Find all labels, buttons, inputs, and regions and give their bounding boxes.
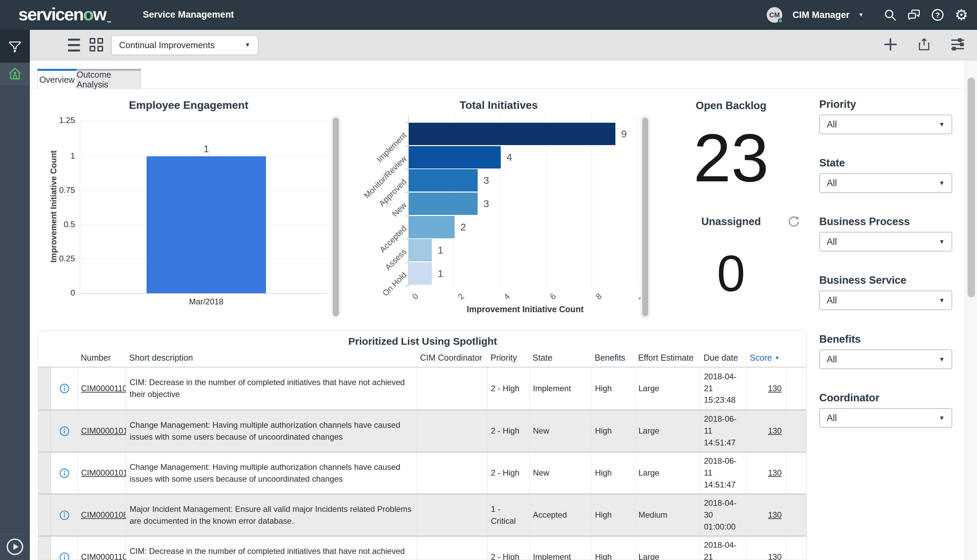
padding-cell [787, 453, 807, 493]
logo-text-end: w [93, 4, 106, 24]
table-row[interactable]: CIM0000110 CIM: Decrease in the number o… [38, 536, 807, 560]
chart-scrollbar [640, 115, 650, 318]
dashboard-selector[interactable]: Continual Improvements ▼ [111, 35, 259, 55]
record-link[interactable]: CIM0000110 [81, 551, 126, 560]
score-cell: 130 [747, 495, 787, 536]
score-link[interactable]: 130 [768, 467, 782, 479]
column-header-short-description[interactable]: Short description [126, 348, 417, 367]
gear-icon[interactable]: ⚙ [954, 7, 969, 22]
due-date-cell: 2018-04-21 15:23:48 [700, 367, 747, 410]
score-cell: 130 [747, 453, 787, 493]
bar-approved[interactable] [409, 169, 478, 192]
column-header-priority[interactable]: Priority [487, 348, 529, 367]
table-row[interactable]: CIM0000101 Change Management: Having mul… [38, 410, 807, 452]
chat-icon[interactable] [907, 7, 921, 22]
cim-coordinator-cell [417, 367, 487, 410]
info-icon[interactable] [51, 453, 77, 493]
record-link[interactable]: CIM0000101 [81, 467, 126, 479]
share-button[interactable] [917, 37, 932, 53]
info-icon[interactable] [51, 367, 77, 410]
bar-new[interactable] [409, 193, 478, 215]
column-header-state[interactable]: State [529, 348, 591, 367]
avatar[interactable]: CM [767, 7, 782, 23]
bar-monitor-review[interactable] [409, 146, 501, 168]
refresh-icon[interactable] [787, 215, 801, 228]
info-icon[interactable] [51, 495, 77, 536]
scrollbar-thumb[interactable] [967, 78, 975, 297]
tab-outcome-analysis[interactable]: Outcome Analysis [77, 69, 141, 89]
column-header-due-date[interactable]: Due date [700, 348, 747, 367]
short-description-cell: Change Management: Having multiple autho… [126, 453, 417, 493]
state-cell: Implement [529, 537, 591, 560]
prioritized-list-title: Prioritized List Using Spotlight [38, 336, 807, 347]
score-cell: 130 [747, 537, 787, 560]
score-link[interactable]: 130 [768, 551, 782, 560]
filter-priority-select[interactable]: All ▼ [819, 115, 952, 134]
menu-icon[interactable] [68, 38, 80, 52]
record-link[interactable]: CIM0000101 [81, 425, 126, 437]
open-backlog-title: Open Backlog [680, 100, 782, 112]
scrollbar-thumb[interactable] [333, 118, 339, 316]
column-header-benefits[interactable]: Benefits [591, 348, 635, 367]
priority-cell: 2 - High [487, 367, 529, 410]
presentation-play-button[interactable] [6, 538, 24, 556]
avatar-initials: CM [769, 11, 780, 19]
filter-business-service-select[interactable]: All ▼ [819, 290, 952, 310]
record-link[interactable]: CIM0000110 [81, 383, 126, 395]
help-icon[interactable]: ? [930, 7, 945, 22]
padding-header [787, 348, 807, 367]
add-widget-button[interactable] [883, 37, 898, 53]
dashboard-grid-icon[interactable] [90, 38, 104, 52]
dashboard-toolbar: Continual Improvements ▼ [30, 30, 977, 60]
bar-implement[interactable] [409, 123, 615, 145]
sidebar-item-home[interactable] [0, 63, 30, 85]
info-icon[interactable] [51, 410, 77, 452]
score-link[interactable]: 130 [768, 383, 782, 395]
filter-state-select[interactable]: All ▼ [819, 173, 952, 193]
bar-value-label: 1 [147, 143, 266, 155]
due-date-cell: 2018-04-30 01:00:00 [700, 495, 747, 536]
table-row[interactable]: CIM0000101 Change Management: Having mul… [38, 452, 807, 493]
sort-descending-icon: ▼ [775, 355, 780, 361]
benefits-cell: High [591, 453, 635, 493]
bar-accepted[interactable] [409, 216, 454, 238]
bar-on-hold[interactable] [409, 262, 432, 285]
bar-assess[interactable] [409, 239, 432, 262]
logo-text: servicen [18, 4, 83, 24]
tab-overview[interactable]: Overview [37, 69, 77, 89]
chevron-down-icon[interactable]: ▼ [858, 12, 864, 18]
table-row[interactable]: CIM0000110 CIM: Decrease in the number o… [38, 367, 807, 410]
filter-coordinator-select[interactable]: All ▼ [819, 408, 952, 428]
benefits-cell: High [591, 410, 635, 452]
score-link[interactable]: 130 [768, 425, 782, 437]
score-link[interactable]: 130 [768, 509, 782, 521]
filter-benefits-select[interactable]: All ▼ [819, 350, 952, 369]
chevron-down-icon: ▼ [939, 415, 945, 422]
column-header-number[interactable]: Number [77, 348, 126, 367]
scrollbar-thumb[interactable] [642, 118, 648, 316]
y-axis [80, 121, 80, 293]
sidebar-item-filter[interactable] [0, 30, 30, 63]
toolbar-actions [883, 30, 965, 60]
column-header-cim-coordinator[interactable]: CIM Coordinator [417, 348, 487, 367]
record-link[interactable]: CIM0000108 [81, 509, 126, 521]
number-cell: CIM0000101 [77, 410, 126, 452]
row-gutter [38, 367, 51, 410]
column-header-effort-estimate[interactable]: Effort Estimate [635, 348, 700, 367]
online-status-dot [778, 18, 783, 23]
info-icon[interactable] [51, 537, 77, 560]
table-header-row: Number Short description CIM Coordinator… [38, 348, 807, 367]
top-header-bar: servicenow™ Service Management CM CIM Ma… [0, 0, 977, 30]
dashboard-settings-button[interactable] [950, 37, 965, 53]
filter-business-process-select[interactable]: All ▼ [819, 232, 952, 252]
row-gutter [38, 495, 51, 536]
user-menu[interactable]: CIM Manager [792, 10, 850, 20]
unassigned-value[interactable]: 0 [687, 248, 775, 299]
table-row[interactable]: CIM0000108 Major Incident Management: En… [38, 493, 807, 536]
column-header-score[interactable]: Score ▼ [747, 348, 787, 367]
open-backlog-value[interactable]: 23 [678, 124, 783, 192]
bar-mar-2018[interactable] [147, 156, 266, 293]
score-cell: 130 [747, 410, 787, 452]
servicenow-logo[interactable]: servicenow™ [18, 4, 110, 24]
search-icon[interactable] [883, 7, 898, 22]
